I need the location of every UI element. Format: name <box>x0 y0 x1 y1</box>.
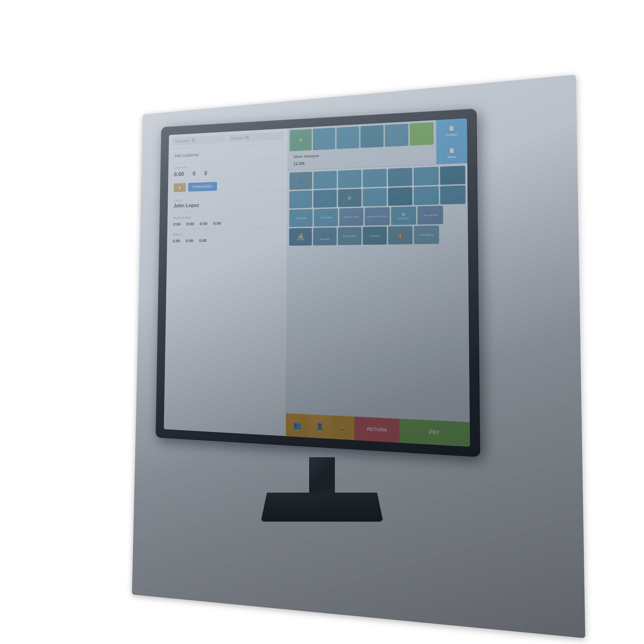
return-button[interactable]: RETURN <box>355 417 400 443</box>
pay-label: PAY <box>429 429 440 436</box>
grid-cell-r2-1[interactable] <box>289 190 312 208</box>
grid-cell-r1-2[interactable] <box>313 171 336 189</box>
tax-exempt-button[interactable]: Tax exempt <box>418 206 443 225</box>
customer-icon: 👤 <box>322 233 327 238</box>
grid-cell-r1-5[interactable] <box>388 168 412 186</box>
grid-cell-r2-5[interactable] <box>388 187 412 206</box>
shipping-label: Add shipping <box>420 233 433 236</box>
promotions-label: Promotions <box>343 234 356 238</box>
time-row: 0:00 0:00 0:00 0:00 <box>173 220 281 227</box>
product-search-icon <box>245 136 250 140</box>
new-sale-label: New sale <box>296 216 306 220</box>
sales-label: Sales € <box>173 231 281 236</box>
grid-cell-r1-7[interactable] <box>440 166 465 185</box>
main-product-grid: 👤 <box>286 164 469 422</box>
grid-row-3: New sale Save sale Save to close Save to… <box>289 205 466 227</box>
gift-button[interactable]: 🎁 <box>388 226 412 245</box>
add-shipping-button[interactable]: Add shipping <box>414 225 439 244</box>
xreport-icon: 📋 <box>448 124 455 132</box>
promotions-button[interactable]: Promotions <box>338 227 361 245</box>
cashier2-button[interactable]: 👤 <box>308 414 331 439</box>
pos-application: Customer Product <box>164 118 470 447</box>
return-label: RETURN <box>367 426 386 433</box>
pay-button[interactable]: PAY <box>399 419 470 447</box>
cashier-icon: 👥 <box>293 421 301 430</box>
grid-cell-r2-7[interactable] <box>440 185 466 204</box>
scene: Customer Product <box>129 97 515 547</box>
tax-exempt-label: Tax exempt <box>423 213 438 217</box>
product-cell-1[interactable] <box>313 128 335 150</box>
discount-button[interactable]: ⊗ Discount <box>391 206 416 225</box>
monitor-screen: Customer Product <box>164 118 470 447</box>
coupons-label: Coupons <box>369 234 380 237</box>
save-sale-button[interactable]: Save sale <box>314 208 338 226</box>
product-cell-4[interactable] <box>385 124 408 147</box>
grid-cell-r2-6[interactable] <box>414 186 439 205</box>
grid-cell-person[interactable]: 👤 <box>289 172 312 190</box>
till-float-button[interactable]: 💰 Till float <box>289 228 312 246</box>
add-product-button[interactable]: + <box>290 129 312 151</box>
order-total: 0.00 <box>174 171 184 178</box>
left-panel: Customer Product <box>164 128 288 436</box>
notes-icon: 📋 <box>448 146 456 154</box>
svg-point-2 <box>246 136 248 138</box>
cashier-section: Cashier John Lopez <box>168 191 288 213</box>
sales-2: 0.00 <box>186 238 193 243</box>
save-close-button[interactable]: Save to close <box>339 208 364 226</box>
gift-icon: 🎁 <box>397 232 403 238</box>
note-button[interactable]: 📋 <box>174 183 186 192</box>
monitor-body: Customer Product <box>156 109 480 457</box>
cashier2-icon: 👤 <box>316 423 323 431</box>
dots-icon: ··· <box>419 131 424 137</box>
notes-button[interactable]: 📋 Notes <box>436 141 467 164</box>
customer-search-icon <box>192 138 196 143</box>
customer-search-label: Customer <box>175 138 190 143</box>
save-customer-button[interactable]: Save to customer <box>365 207 390 225</box>
grid-cell-r2-3[interactable]: ⚙ <box>338 189 361 207</box>
time-4: 0:00 <box>213 221 221 226</box>
grid-cell-r1-3[interactable] <box>338 170 361 188</box>
order-items: 0 <box>193 171 195 177</box>
order-qty: 0 <box>204 170 207 176</box>
person-icon: 👤 <box>298 178 304 184</box>
top-section: + ··· <box>288 118 468 171</box>
monitor-stand-base <box>261 493 383 522</box>
new-sale-button[interactable]: New sale <box>289 209 313 227</box>
grid-cell-r2-4[interactable] <box>363 188 387 207</box>
svg-line-3 <box>248 138 249 139</box>
grid-row-4: 💰 Till float 👤 Customer Promotions <box>289 225 466 246</box>
product-search-field[interactable]: Product <box>228 132 284 143</box>
lock-button[interactable]: 🔒 <box>331 415 354 440</box>
customer-label: Customer <box>320 238 330 240</box>
time-3: 0:00 <box>200 221 207 226</box>
svg-line-1 <box>194 141 195 142</box>
monitor-stand-neck <box>309 457 335 496</box>
coupons-button[interactable]: Coupons <box>363 226 387 245</box>
save-customer-label: Save to customer <box>367 215 387 218</box>
till-icon: 💰 <box>298 233 303 238</box>
note-icon: 📋 <box>178 185 182 190</box>
grid-cell-r1-6[interactable] <box>414 167 439 186</box>
cashier-button[interactable]: 👥 <box>286 413 308 437</box>
hours-label: Hours at work <box>173 214 281 220</box>
customer-account-button[interactable]: 👤 Customer <box>313 227 336 245</box>
more-options-button[interactable]: ··· <box>410 122 434 146</box>
grid-cell-r2-2[interactable] <box>313 190 336 208</box>
save-sale-label: Save sale <box>320 216 332 219</box>
product-cell-3[interactable] <box>360 125 384 148</box>
discount-label: Discount <box>398 217 409 220</box>
settings-icon: ⚙ <box>347 195 352 201</box>
time-2: 0:00 <box>186 222 194 226</box>
customer-search-field[interactable]: Customer <box>172 135 226 146</box>
till-label: Till float <box>297 238 304 241</box>
plus-icon: + <box>298 136 303 145</box>
product-search-label: Product <box>231 136 243 141</box>
lock-icon: 🔒 <box>339 424 346 431</box>
grid-cell-r1-4[interactable] <box>363 169 386 187</box>
add-customer-button[interactable]: Add customer <box>174 148 281 158</box>
purchases-button[interactable]: PURCHASES <box>188 182 217 192</box>
sales-1: 0.00 <box>173 239 180 243</box>
product-cell-2[interactable] <box>336 126 359 149</box>
grid-top-area: + ··· <box>288 120 436 170</box>
xreport-button[interactable]: 📋 X-report <box>436 118 467 142</box>
